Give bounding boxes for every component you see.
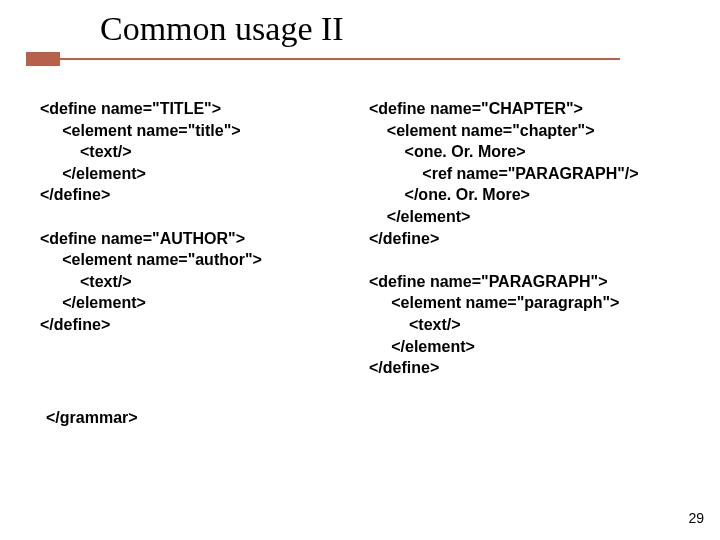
content-area: <define name="TITLE"> <element name="tit… <box>0 48 720 379</box>
title-underline <box>60 58 620 60</box>
title-accent-box <box>26 52 60 66</box>
left-code-block: <define name="TITLE"> <element name="tit… <box>40 98 361 379</box>
right-code-block: <define name="CHAPTER"> <element name="c… <box>369 98 690 379</box>
grammar-close-tag: </grammar> <box>0 379 720 427</box>
slide-title-area: Common usage II <box>0 0 720 48</box>
slide-title: Common usage II <box>100 10 720 48</box>
page-number: 29 <box>688 510 704 526</box>
